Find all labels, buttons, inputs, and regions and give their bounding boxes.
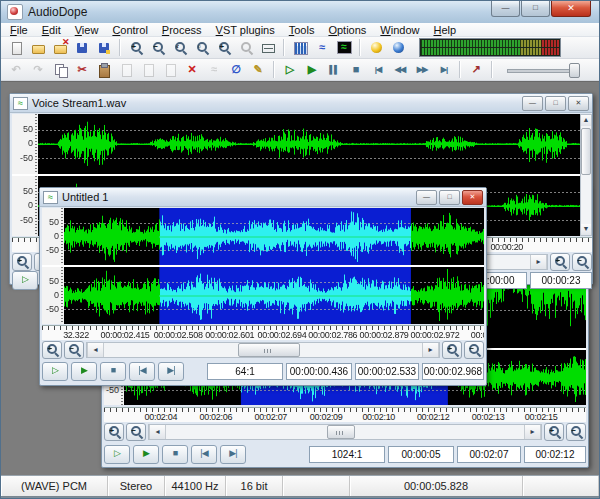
minimize-button[interactable]: — xyxy=(491,1,520,17)
redo-button[interactable]: ↷ xyxy=(27,60,49,79)
menu-item-edit[interactable]: Edit xyxy=(35,24,68,36)
waveform-channel-right[interactable] xyxy=(64,267,484,324)
close-button[interactable]: ✕ xyxy=(462,190,483,205)
go-end-button[interactable]: ▶| xyxy=(433,60,455,79)
crop-button[interactable] xyxy=(137,60,159,79)
paste-button[interactable] xyxy=(93,60,115,79)
zoom-in-button[interactable]: + xyxy=(125,38,147,57)
minimize-button[interactable]: — xyxy=(522,96,543,111)
menu-item-control[interactable]: Control xyxy=(105,24,154,36)
trim-button[interactable] xyxy=(159,60,181,79)
scroll-down-arrow[interactable]: ▼ xyxy=(581,224,591,235)
volume-slider[interactable] xyxy=(507,62,579,78)
play-button[interactable]: ▷ xyxy=(12,271,38,290)
play-selection-button[interactable]: ▶ xyxy=(133,445,159,464)
pause-button[interactable]: ▌▌ xyxy=(323,60,345,79)
menu-item-vst-plugins[interactable]: VST plugins xyxy=(209,24,282,36)
stop-button[interactable]: ■ xyxy=(345,60,367,79)
menu-item-options[interactable]: Options xyxy=(321,24,373,36)
batch-button[interactable] xyxy=(365,38,387,57)
undo-button[interactable]: ↶ xyxy=(5,60,27,79)
waveform-channel-left[interactable] xyxy=(64,208,484,265)
info-button[interactable] xyxy=(387,38,409,57)
close-button[interactable]: ✕ xyxy=(551,1,591,17)
insert-silence-button[interactable]: ∅ xyxy=(225,60,247,79)
scrollbar-track[interactable] xyxy=(104,343,422,357)
skip-forward-button[interactable]: ▶| xyxy=(158,362,184,381)
menu-item-help[interactable]: Help xyxy=(426,24,463,36)
menu-item-view[interactable]: View xyxy=(68,24,106,36)
titlebar[interactable]: AudioDope — □ ✕ xyxy=(1,1,599,23)
scrollbar-thumb[interactable] xyxy=(581,128,591,175)
scroll-right-arrow[interactable]: ▸ xyxy=(422,343,439,357)
sine-view-button[interactable]: ≈ xyxy=(311,38,333,57)
stop-button[interactable]: ■ xyxy=(100,362,126,381)
menu-item-window[interactable]: Window xyxy=(373,24,426,36)
timeline-ruler[interactable]: 32.32200:00:02.41500:00:02.50800:00:02.6… xyxy=(42,325,484,340)
window-untitled[interactable]: Untitled 1 — □ ✕ 500-50 500-50 32.32200:… xyxy=(39,187,487,386)
rewind-button[interactable]: ◀◀ xyxy=(389,60,411,79)
scroll-up-arrow[interactable]: ▲ xyxy=(581,115,591,126)
scroll-left-arrow[interactable]: ◂ xyxy=(149,425,166,439)
zoom-selection-out-button[interactable]: − xyxy=(566,423,586,441)
horizontal-scrollbar[interactable]: ◂▸ xyxy=(148,424,542,440)
new-file-button[interactable] xyxy=(5,38,27,57)
zoom-selection-out-button[interactable]: − xyxy=(572,253,592,271)
scrollbar-track[interactable] xyxy=(166,425,524,439)
open-file-button[interactable] xyxy=(27,38,49,57)
zoom-selection-out-button[interactable]: − xyxy=(464,341,484,359)
wave-view-button[interactable]: ≈ xyxy=(333,38,355,57)
menu-item-tools[interactable]: Tools xyxy=(282,24,322,36)
zoom-selection-in-button[interactable]: + xyxy=(550,253,570,271)
go-start-button[interactable]: |◀ xyxy=(367,60,389,79)
scroll-right-arrow[interactable]: ▸ xyxy=(524,425,541,439)
scroll-left-arrow[interactable]: ◂ xyxy=(87,343,104,357)
copy-button[interactable] xyxy=(49,60,71,79)
menu-item-process[interactable]: Process xyxy=(155,24,209,36)
menu-item-file[interactable]: File xyxy=(3,24,35,36)
skip-forward-button[interactable]: ▶| xyxy=(220,445,246,464)
save-button[interactable] xyxy=(71,38,93,57)
fit-window-button[interactable] xyxy=(257,38,279,57)
close-file-button[interactable] xyxy=(49,38,71,57)
vertical-scrollbar[interactable]: ▲ ▼ xyxy=(580,114,592,236)
play-button[interactable]: ▷ xyxy=(42,362,68,381)
zoom-in-button[interactable]: + xyxy=(104,423,124,441)
record-pointer-button[interactable]: ↗ xyxy=(465,60,487,79)
play-button[interactable]: ▷ xyxy=(279,60,301,79)
horizontal-scrollbar[interactable]: ◂▸ xyxy=(86,342,440,358)
save-as-button[interactable] xyxy=(93,38,115,57)
maximize-button[interactable]: □ xyxy=(521,1,550,17)
zoom-selection-in-button[interactable]: + xyxy=(544,423,564,441)
skip-back-button[interactable]: |◀ xyxy=(191,445,217,464)
marker-button[interactable]: ✎ xyxy=(247,60,269,79)
slider-thumb[interactable] xyxy=(569,63,580,78)
zoom-in-button[interactable]: + xyxy=(42,341,62,359)
scroll-right-arrow[interactable]: ▸ xyxy=(530,255,547,269)
zoom-selection-in-button[interactable]: + xyxy=(442,341,462,359)
zoom-out-button[interactable]: − xyxy=(147,38,169,57)
zoom-out-button[interactable]: − xyxy=(64,341,84,359)
minimize-button[interactable]: — xyxy=(416,190,437,205)
maximize-button[interactable]: □ xyxy=(545,96,566,111)
silence-button[interactable]: ≈ xyxy=(203,60,225,79)
scrollbar-thumb[interactable] xyxy=(327,425,355,439)
zoom-out-button[interactable]: − xyxy=(126,423,146,441)
skip-back-button[interactable]: |◀ xyxy=(129,362,155,381)
zoom-left-button[interactable]: ‹ xyxy=(169,38,191,57)
play-button[interactable]: ▷ xyxy=(104,445,130,464)
paste-new-button[interactable] xyxy=(115,60,137,79)
close-button[interactable]: ✕ xyxy=(568,96,589,111)
window-titlebar[interactable]: Untitled 1 — □ ✕ xyxy=(40,188,486,207)
scrollbar-thumb[interactable] xyxy=(238,343,300,357)
cut-button[interactable]: ✂ xyxy=(71,60,93,79)
window-titlebar[interactable]: Voice Stream1.wav — □ ✕ xyxy=(10,94,592,113)
zoom-selection-button[interactable]: ▫ xyxy=(191,38,213,57)
delete-button[interactable]: ✕ xyxy=(181,60,203,79)
spectrum-view-button[interactable] xyxy=(289,38,311,57)
waveform-channel-left[interactable] xyxy=(38,114,580,174)
zoom-in-button[interactable]: + xyxy=(12,253,32,271)
forward-button[interactable]: ▶▶ xyxy=(411,60,433,79)
zoom-full-button[interactable] xyxy=(235,38,257,57)
stop-button[interactable]: ■ xyxy=(162,445,188,464)
